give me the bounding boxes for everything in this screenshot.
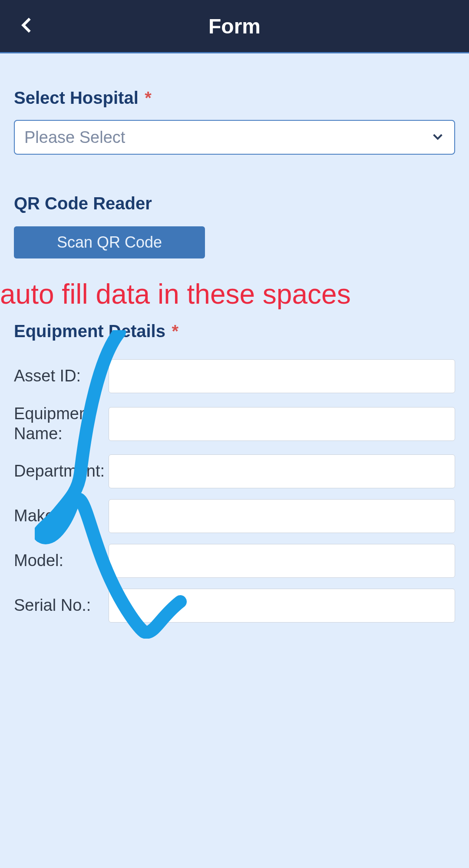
model-row: Model:	[14, 544, 455, 578]
equipment-details-label: Equipment Details	[14, 321, 165, 341]
serial-no-input[interactable]	[109, 589, 455, 623]
app-header: Form	[0, 0, 469, 52]
model-label: Model:	[14, 551, 109, 571]
chevron-down-icon	[431, 129, 445, 145]
annotation-text: auto fill data in these spaces	[0, 278, 469, 310]
department-row: Department:	[14, 454, 455, 488]
asset-id-input[interactable]	[109, 359, 455, 393]
required-asterisk: *	[145, 88, 152, 107]
equipment-name-row: Equipment Name:	[14, 404, 455, 444]
serial-no-label: Serial No.:	[14, 596, 109, 616]
hospital-select[interactable]: Please Select	[14, 120, 455, 155]
department-label: Department:	[14, 461, 109, 481]
scan-qr-button[interactable]: Scan QR Code	[14, 226, 205, 258]
required-asterisk: *	[172, 321, 178, 341]
asset-id-row: Asset ID:	[14, 359, 455, 393]
model-input[interactable]	[109, 544, 455, 578]
asset-id-label: Asset ID:	[14, 366, 109, 386]
equipment-name-input[interactable]	[109, 407, 455, 441]
back-button[interactable]	[20, 17, 33, 36]
scan-qr-button-label: Scan QR Code	[57, 233, 162, 252]
hospital-select-placeholder: Please Select	[24, 128, 125, 147]
page-title: Form	[208, 14, 261, 38]
qr-reader-label: QR Code Reader	[14, 194, 455, 213]
serial-no-row: Serial No.:	[14, 589, 455, 623]
qr-field-group: QR Code Reader Scan QR Code	[14, 194, 455, 258]
hospital-field-group: Select Hospital * Please Select	[14, 88, 455, 155]
equipment-section: Equipment Details * Asset ID: Equipment …	[14, 321, 455, 623]
make-input[interactable]	[109, 499, 455, 533]
make-label: Make:	[14, 506, 109, 526]
make-row: Make:	[14, 499, 455, 533]
department-input[interactable]	[109, 454, 455, 488]
chevron-left-icon	[20, 28, 33, 35]
equipment-header: Equipment Details *	[14, 321, 455, 341]
form-content: Select Hospital * Please Select QR Code …	[0, 53, 469, 651]
hospital-label: Select Hospital	[14, 88, 139, 108]
equipment-name-label: Equipment Name:	[14, 404, 109, 444]
